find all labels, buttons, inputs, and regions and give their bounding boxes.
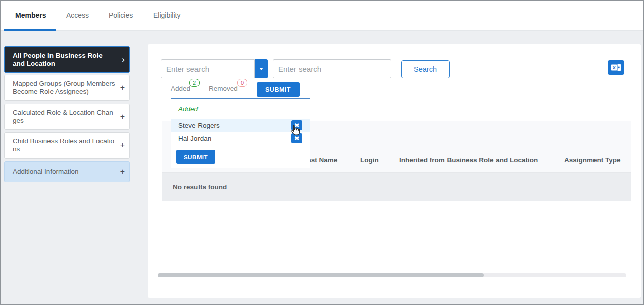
tab-bar: Members Access Policies Eligibility [1,1,643,31]
sidebar-item-additional-info[interactable]: Additional Information + [4,161,130,182]
search-field-dropdown-input[interactable] [161,59,255,78]
sidebar-item-all-people[interactable]: All People in Business Role and Location… [4,46,130,73]
tab-policies[interactable]: Policies [109,11,133,19]
plus-icon: + [120,141,125,149]
horizontal-scrollbar-thumb[interactable] [158,273,484,277]
search-button[interactable]: Search [401,60,450,78]
sidebar-item-label: Additional Information [13,168,79,176]
close-icon: ✖ [294,135,299,142]
plus-icon: + [120,84,125,92]
search-field-dropdown-button[interactable] [255,59,268,78]
export-excel-button[interactable]: X [608,60,624,75]
close-icon: ✖ [294,122,299,129]
horizontal-scrollbar-track[interactable] [158,273,626,277]
remove-member-button[interactable]: ✖ [291,120,302,130]
tab-eligibility[interactable]: Eligibility [153,11,180,19]
added-members-popup: Added Steve Rogers Hal Jordan ✖ ✖ SUBMIT [171,98,310,168]
caret-down-icon [259,68,263,70]
plus-icon: + [120,168,125,176]
column-header-login: Login [360,156,379,164]
sidebar-item-label: Calculated Role & Location Changes [13,109,116,125]
remove-member-button[interactable]: ✖ [291,133,302,143]
sidebar-item-label: All People in Business Role and Location [13,52,116,68]
tab-access[interactable]: Access [66,11,89,19]
no-results-message: No results found [173,183,227,191]
plus-icon: + [120,113,125,121]
removed-count-badge: 0 [237,79,247,87]
tab-members[interactable]: Members [15,11,46,19]
sidebar-item-label: Mapped Groups (Group Members Become Role… [13,80,116,96]
list-item: Steve Rogers [171,119,310,132]
sidebar-item-calculated-changes[interactable]: Calculated Role & Location Changes + [4,104,130,130]
chevron-right-icon: › [122,56,125,64]
search-value-input[interactable] [273,59,391,78]
column-header-inherited-from: Inherited from Business Role and Locatio… [399,156,538,164]
list-item: Hal Jordan [171,132,310,145]
sidebar-item-mapped-groups[interactable]: Mapped Groups (Group Members Become Role… [4,75,130,101]
svg-text:X: X [612,65,616,70]
popup-title: Added [178,105,198,113]
member-name: Hal Jordan [178,135,211,142]
submit-button[interactable]: SUBMIT [257,82,300,97]
app-window: Members Access Policies Eligibility All … [0,0,644,305]
sidebar-item-label: Child Business Roles and Locations [13,137,116,154]
active-tab-underline [4,29,56,31]
added-count-badge: 2 [189,79,200,87]
removed-label: Removed [209,85,238,92]
members-panel: Search X Added 2 Removed 0 SUBMIT Last N… [148,44,641,298]
table-empty-row: No results found [162,173,631,201]
sidebar-item-child-roles[interactable]: Child Business Roles and Locations + [4,132,130,159]
column-header-assignment-type: Assignment Type [564,156,621,164]
member-name: Steve Rogers [178,122,220,129]
popup-submit-button[interactable]: SUBMIT [176,150,215,164]
excel-export-icon: X [611,63,621,72]
added-label: Added [171,85,190,92]
